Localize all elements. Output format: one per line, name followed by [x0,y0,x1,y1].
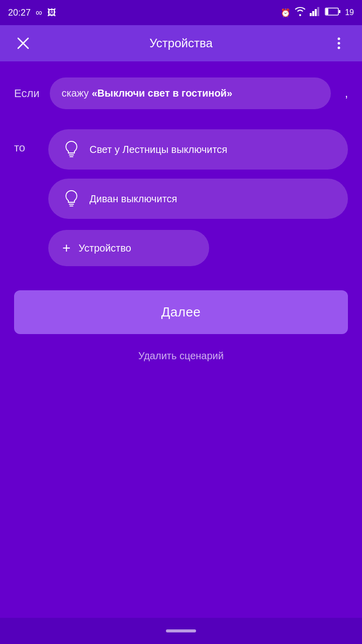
close-button[interactable] [12,32,34,54]
status-left: 20:27 ∞ 🖼 [8,8,56,18]
time-display: 20:27 [8,8,31,18]
lightbulb-icon-1 [62,140,80,158]
condition-row: Если скажу «Выключи свет в гостиной» , [14,77,348,109]
page-title: Устройства [149,36,213,50]
top-bar: Устройства [0,25,362,61]
delete-scenario-button[interactable]: Удалить сценарий [134,346,228,366]
add-device-label: Устройство [78,243,131,254]
signal-icon [310,7,321,18]
battery-percent: 19 [345,8,354,17]
svg-rect-0 [310,13,312,16]
then-section: то Свет у Лестницы выключится [14,129,348,266]
trigger-pill[interactable]: скажу «Выключи свет в гостиной» [50,77,331,109]
main-content: Если скажу «Выключи свет в гостиной» , т… [0,61,362,266]
then-actions: Свет у Лестницы выключится Диван выключи… [48,129,348,266]
trigger-text-normal: скажу [62,88,89,99]
svg-rect-1 [312,11,314,16]
add-device-button[interactable]: + Устройство [48,230,209,266]
svg-point-11 [338,47,340,49]
battery-icon [325,8,341,18]
action-item-2[interactable]: Диван выключится [48,179,348,219]
svg-rect-6 [326,9,328,15]
status-bar: 20:27 ∞ 🖼 ⏰ 19 [0,0,362,25]
svg-rect-2 [315,9,317,16]
action-item-1[interactable]: Свет у Лестницы выключится [48,129,348,170]
infinity-icon: ∞ [36,8,42,18]
then-label: то [14,129,38,266]
lightbulb-icon-2 [62,190,80,208]
home-indicator [166,629,196,632]
status-right: ⏰ 19 [281,7,354,18]
wifi-icon [295,7,306,18]
image-icon: 🖼 [47,8,56,18]
action-1-text: Свет у Лестницы выключится [89,144,227,155]
comma-separator: , [345,87,348,100]
bottom-nav [0,618,362,644]
next-button[interactable]: Далее [14,290,348,334]
plus-icon: + [62,241,70,255]
action-2-text: Диван выключится [89,193,177,205]
more-options-button[interactable] [328,32,350,54]
trigger-text-bold: «Выключи свет в гостиной» [92,88,232,99]
alarm-icon: ⏰ [281,8,291,18]
svg-point-9 [338,38,340,40]
svg-point-10 [338,42,340,45]
svg-rect-3 [317,7,319,16]
bottom-section: Далее Удалить сценарий [0,266,362,378]
svg-rect-5 [339,10,340,13]
if-label: Если [14,87,40,100]
